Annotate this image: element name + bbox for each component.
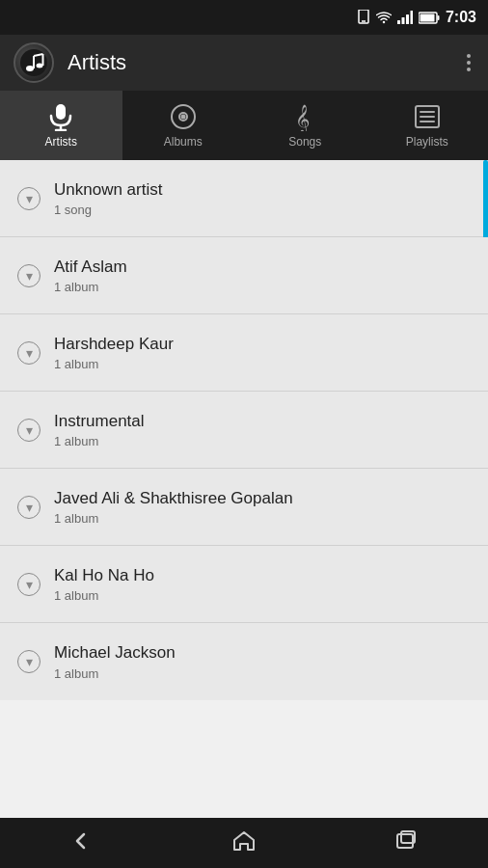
svg-rect-8 bbox=[420, 14, 434, 21]
tab-playlists-label: Playlists bbox=[406, 135, 448, 149]
svg-text:𝄞: 𝄞 bbox=[295, 104, 310, 131]
disc-icon bbox=[169, 102, 198, 131]
svg-rect-4 bbox=[406, 14, 409, 24]
chevron-down-icon: ▾ bbox=[17, 264, 41, 287]
chevron-down-icon: ▾ bbox=[17, 650, 41, 673]
svg-marker-25 bbox=[234, 832, 254, 850]
home-icon bbox=[232, 830, 256, 852]
back-button[interactable] bbox=[47, 823, 115, 863]
artist-info: Unknown artist 1 song bbox=[54, 179, 473, 217]
list-item[interactable]: ▾ Michael Jackson 1 album bbox=[0, 623, 488, 700]
app-logo bbox=[14, 42, 54, 83]
music-note-icon bbox=[23, 52, 44, 73]
artist-name: Unknown artist bbox=[54, 179, 473, 201]
signal-icon bbox=[397, 11, 413, 24]
list-item[interactable]: ▾ Kal Ho Na Ho 1 album bbox=[0, 546, 488, 623]
expand-chevron[interactable]: ▾ bbox=[15, 339, 42, 366]
list-icon bbox=[413, 102, 442, 131]
chevron-down-icon: ▾ bbox=[17, 496, 41, 519]
artist-info: Michael Jackson 1 album bbox=[54, 642, 473, 680]
expand-chevron[interactable]: ▾ bbox=[15, 417, 42, 444]
chevron-down-icon: ▾ bbox=[17, 419, 41, 442]
list-item[interactable]: ▾ Instrumental 1 album bbox=[0, 392, 488, 469]
status-icons: 7:03 bbox=[357, 9, 476, 26]
expand-chevron[interactable]: ▾ bbox=[15, 648, 42, 675]
artist-name: Instrumental bbox=[54, 411, 473, 432]
status-bar: 7:03 bbox=[0, 0, 488, 35]
artist-subtitle: 1 album bbox=[54, 666, 473, 681]
more-options-button[interactable] bbox=[463, 50, 474, 75]
app-title: Artists bbox=[68, 50, 449, 75]
tab-albums-label: Albums bbox=[164, 135, 203, 149]
dot1 bbox=[467, 54, 471, 58]
svg-rect-2 bbox=[397, 20, 400, 24]
device-icon bbox=[357, 10, 370, 25]
chevron-down-icon: ▾ bbox=[17, 187, 41, 210]
list-item[interactable]: ▾ Javed Ali & Shakthisree Gopalan 1 albu… bbox=[0, 469, 488, 546]
tab-songs-label: Songs bbox=[288, 135, 321, 149]
app-header: Artists bbox=[0, 35, 488, 91]
wifi-icon bbox=[376, 12, 392, 24]
main-content: ▾ Unknown artist 1 song ▾ Atif Aslam 1 a… bbox=[0, 160, 488, 818]
svg-rect-7 bbox=[437, 15, 439, 20]
battery-icon bbox=[419, 12, 440, 24]
artist-name: Javed Ali & Shakthisree Gopalan bbox=[54, 488, 473, 509]
artist-name: Atif Aslam bbox=[54, 257, 473, 278]
artist-subtitle: 1 album bbox=[54, 588, 473, 603]
home-button[interactable] bbox=[209, 823, 279, 863]
artist-subtitle: 1 album bbox=[54, 511, 473, 526]
svg-rect-3 bbox=[401, 17, 404, 24]
back-icon bbox=[70, 830, 92, 852]
artist-name: Kal Ho Na Ho bbox=[54, 565, 473, 586]
recents-icon bbox=[396, 830, 418, 852]
chevron-down-icon: ▾ bbox=[17, 573, 41, 596]
tab-artists-label: Artists bbox=[45, 135, 77, 149]
tab-songs[interactable]: 𝄞 Songs bbox=[244, 91, 366, 160]
dot3 bbox=[467, 68, 471, 71]
artist-subtitle: 1 album bbox=[54, 280, 473, 294]
artist-info: Instrumental 1 album bbox=[54, 411, 473, 448]
svg-point-19 bbox=[181, 116, 184, 119]
artist-name: Harshdeep Kaur bbox=[54, 334, 473, 355]
app-logo-inner bbox=[20, 49, 47, 76]
mic-icon bbox=[46, 102, 75, 131]
treble-clef-icon: 𝄞 bbox=[290, 102, 319, 131]
tab-bar: Artists Albums 𝄞 Songs Playlists bbox=[0, 91, 488, 160]
artist-subtitle: 1 album bbox=[54, 434, 473, 448]
chevron-down-icon: ▾ bbox=[17, 341, 41, 365]
recents-button[interactable] bbox=[373, 823, 441, 863]
dot2 bbox=[467, 61, 471, 65]
list-item[interactable]: ▾ Unknown artist 1 song bbox=[0, 160, 488, 237]
artist-name: Michael Jackson bbox=[54, 642, 473, 664]
tab-playlists[interactable]: Playlists bbox=[366, 91, 489, 160]
svg-point-9 bbox=[26, 66, 34, 71]
svg-rect-14 bbox=[56, 104, 66, 120]
artist-subtitle: 1 song bbox=[54, 203, 473, 217]
expand-chevron[interactable]: ▾ bbox=[15, 185, 42, 212]
artist-subtitle: 1 album bbox=[54, 357, 473, 371]
bottom-nav bbox=[0, 818, 488, 868]
tab-artists[interactable]: Artists bbox=[0, 91, 122, 160]
artist-info: Javed Ali & Shakthisree Gopalan 1 album bbox=[54, 488, 473, 526]
svg-rect-26 bbox=[397, 834, 413, 848]
status-time: 7:03 bbox=[446, 9, 476, 26]
list-item[interactable]: ▾ Harshdeep Kaur 1 album bbox=[0, 314, 488, 392]
tab-albums[interactable]: Albums bbox=[122, 91, 245, 160]
list-item[interactable]: ▾ Atif Aslam 1 album bbox=[0, 237, 488, 314]
expand-chevron[interactable]: ▾ bbox=[15, 262, 42, 289]
svg-point-10 bbox=[37, 64, 43, 68]
artist-info: Harshdeep Kaur 1 album bbox=[54, 334, 473, 371]
artist-info: Kal Ho Na Ho 1 album bbox=[54, 565, 473, 603]
artist-list: ▾ Unknown artist 1 song ▾ Atif Aslam 1 a… bbox=[0, 160, 488, 818]
expand-chevron[interactable]: ▾ bbox=[15, 571, 42, 598]
svg-rect-5 bbox=[410, 11, 413, 24]
expand-chevron[interactable]: ▾ bbox=[15, 494, 42, 521]
svg-line-12 bbox=[34, 54, 43, 56]
artist-info: Atif Aslam 1 album bbox=[54, 257, 473, 294]
